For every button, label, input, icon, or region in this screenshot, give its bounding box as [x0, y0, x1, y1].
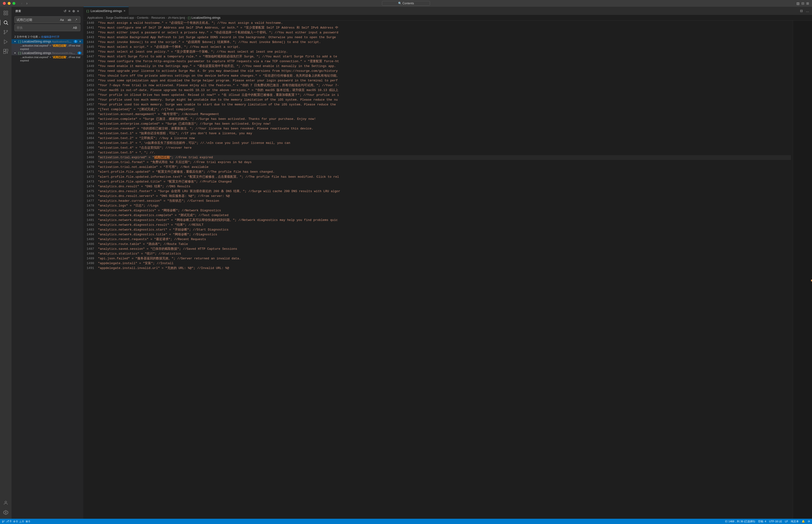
breadcrumb-zh-hans[interactable]: zh-Hans.lproj [168, 16, 185, 19]
code-line[interactable]: "[Test completed]" = "[测试完成]"; //[Test c… [98, 107, 791, 112]
code-line[interactable]: "activation.enterprise.completed" = "Sur… [98, 121, 791, 126]
code-line[interactable]: "You need configure the force-http-engin… [98, 59, 791, 64]
status-info[interactable]: ⊞ 0 [26, 520, 30, 523]
code-line[interactable]: "alert.profile.file.updated" = "配置文件已被修改… [98, 169, 791, 174]
activity-settings[interactable] [1, 508, 10, 517]
layout-icon[interactable]: ⊞ [806, 1, 809, 5]
titlebar-search[interactable]: 🔍 Contents [382, 1, 430, 6]
code-line[interactable]: "You must either input a password or sel… [98, 30, 791, 35]
code-editor[interactable]: "You must assign a valid hostname." = "必… [96, 21, 793, 519]
tree-file-2[interactable]: ▾ { } LocalizedString.strings Resources/… [12, 51, 83, 55]
code-line[interactable]: "You must enable Background App Refresh … [98, 35, 791, 40]
code-line[interactable]: "analytics.network.diagnostics.footer" =… [98, 218, 791, 223]
status-line-ending[interactable]: LF [785, 520, 788, 523]
code-line[interactable]: "analytics.dns.result.footer" = "Surge 会… [98, 189, 791, 194]
code-line[interactable]: "analytics.network.diagnostics.complete"… [98, 213, 791, 218]
code-line[interactable]: "api.json.failed" = "服务器返回的数据无效。"; //Ser… [98, 256, 791, 261]
status-notification[interactable]: 🔔 [802, 520, 805, 523]
code-line[interactable]: "analytics.logs" = "日志"; //Logs [98, 203, 791, 208]
code-line[interactable]: "Your profile in iCloud Drive has been u… [98, 93, 791, 98]
code-line[interactable]: "appdelegate.install.invalid.url" = "无效的… [98, 266, 791, 271]
code-line[interactable]: "analytics.recent.requests" = "最近请求"; //… [98, 237, 791, 242]
breadcrumb-filename[interactable]: { }LocalizedString.strings [188, 16, 220, 19]
code-line[interactable]: "analytics.network.diagnostics.result" =… [98, 223, 791, 227]
code-line[interactable]: "You must assign a valid hostname." = "必… [98, 21, 791, 26]
code-line[interactable]: "Your profile used too much memory. Surg… [98, 102, 791, 107]
code-line[interactable]: "alert.profile.file.updated.informative.… [98, 175, 791, 179]
activity-debug[interactable] [1, 37, 10, 46]
status-file-type[interactable]: 纯文本 [791, 520, 799, 523]
back-button[interactable]: ‹ [20, 1, 23, 6]
code-line[interactable]: "You should turn off the private address… [98, 73, 791, 78]
code-line[interactable]: "You must select a script." = "必须选择一个脚本。… [98, 45, 791, 49]
close-button[interactable] [3, 2, 6, 5]
breadcrumb-resources[interactable]: Resources [151, 16, 165, 19]
forward-button[interactable]: › [25, 1, 28, 6]
code-line[interactable]: "analytics.dns.result" = "DNS 结果"; //DNS… [98, 184, 791, 189]
tree-match-2-1[interactable]: ...activation.trial.expired" = "试用已过期"; … [12, 55, 83, 62]
status-spaces[interactable]: 空格: 4 [758, 520, 766, 523]
tree-match-1-1[interactable]: ...activation.trial.expired" = "试用已过期"; … [12, 44, 83, 51]
whole-word-button[interactable]: ab [67, 18, 72, 22]
status-encoding[interactable]: UTF-16 LE [769, 520, 782, 523]
code-line[interactable]: "You need upgrade your license to activa… [98, 69, 791, 73]
code-line[interactable]: "activation.complete" = "Surge 已激活，感谢您的购… [98, 117, 791, 121]
regex-button[interactable]: .* [74, 18, 78, 22]
code-line[interactable]: "analytics.network.diagnostics.start" = … [98, 227, 791, 232]
code-line[interactable]: "You must select at least one policy." =… [98, 49, 791, 54]
open-in-editor-link[interactable]: 在编辑器中打开 [41, 35, 60, 38]
breadcrumb-applications[interactable]: Applications [87, 16, 103, 19]
replace-input[interactable] [17, 26, 70, 30]
code-line[interactable]: "analytics.header.current.session" = "当前… [98, 199, 791, 203]
code-line[interactable]: "You must configure one of Self IP Addre… [98, 26, 791, 30]
code-line[interactable]: "alert.profile.file.updated.title" = "配置… [98, 179, 791, 184]
code-line[interactable]: "activation.text.2" = "立即购买"; //buy a li… [98, 136, 791, 141]
code-line[interactable]: "analytics.dns.result.servers" = "DNS 响应… [98, 194, 791, 199]
code-line[interactable]: "activation.trial.expired" = "试用已过期"; //… [98, 155, 791, 160]
code-line[interactable]: "activation.text.3" = "。\n如果你丢失了授权信息邮件，可… [98, 141, 791, 146]
status-sync[interactable]: ⟳ [808, 520, 810, 523]
close-tree-item-1[interactable]: ✕ [79, 40, 81, 43]
breadcrumb-app[interactable]: Surge Dashboard.app [106, 16, 134, 19]
code-line[interactable]: "Your macOS is out-of-date. Please upgra… [98, 88, 791, 93]
preserve-case-button[interactable]: AB [72, 26, 78, 30]
status-git[interactable]: ⎇ 0 [2, 520, 11, 523]
status-cursor[interactable]: 行 1468，列 36 (已选择5) [725, 520, 755, 523]
tree-file-1[interactable]: ▾ { } LocalizedString.strings Applicatio… [12, 39, 83, 44]
code-line[interactable]: "analytics.statistics" = "统计"; //Statist… [98, 251, 791, 256]
maximize-button[interactable] [13, 2, 15, 5]
status-errors[interactable]: ⊘ 0 [13, 520, 18, 523]
activity-source-control[interactable] [1, 28, 10, 36]
code-line[interactable]: "analytics.network.diagnostics.title" = … [98, 232, 791, 237]
code-line[interactable]: "analytics.route.table" = "路由表"; //Route… [98, 242, 791, 247]
code-line[interactable]: "You need enable it manually in the Sett… [98, 64, 791, 69]
collapse-all-button[interactable]: ≡ [77, 9, 80, 14]
tab-localizedstring[interactable]: { } LocalizedString.strings ✕ [84, 7, 129, 15]
more-actions-button[interactable]: … [805, 9, 810, 13]
code-line[interactable]: "Your 7-days free trial is now activated… [98, 83, 791, 88]
code-line[interactable]: "activation.text.1" = "如果你还没有授权，可以"; //I… [98, 131, 791, 136]
code-line[interactable]: "activation.text.5" = "。"; //. [98, 150, 791, 155]
open-in-editor-button[interactable]: ⊕ [72, 9, 76, 14]
code-line[interactable]: "You must invoke $done() to end the scri… [98, 40, 791, 45]
code-line[interactable]: "activation.revoked" = "你的授权已被注销，请重新激活。"… [98, 126, 791, 131]
breadcrumb-contents[interactable]: Contents [137, 16, 148, 19]
code-line[interactable]: "analytics.saved.session" = "已保存的截取数据"; … [98, 247, 791, 251]
code-line[interactable]: "activation.trial.format" = "免费试用在 %d 天后… [98, 160, 791, 165]
code-line[interactable]: "activation.text.4" = "点击这里找回"; //recove… [98, 146, 791, 150]
clear-results-button[interactable]: ≡ [68, 9, 71, 14]
editor-content[interactable]: 1440144114421443144414451446144714481449… [84, 21, 812, 519]
code-line[interactable]: "appdelegate.install" = "安装"; //Install [98, 261, 791, 266]
split-editor-button[interactable]: ⊟ [799, 9, 804, 13]
activity-search[interactable] [1, 18, 10, 27]
search-input[interactable] [17, 18, 57, 22]
activity-account[interactable] [1, 498, 10, 507]
activity-extensions[interactable] [1, 47, 10, 56]
code-line[interactable]: "activation.trial.not.available" = "不可用"… [98, 165, 791, 169]
status-warnings[interactable]: △ 0 [19, 520, 23, 523]
code-line[interactable]: "You must start Surge first to add a tem… [98, 54, 791, 59]
code-line[interactable]: "Your profile used too much memory. Surg… [98, 98, 791, 102]
refresh-button[interactable]: ↺ [63, 9, 67, 14]
tab-close-button[interactable]: ✕ [123, 10, 126, 13]
minimize-button[interactable] [8, 2, 11, 5]
